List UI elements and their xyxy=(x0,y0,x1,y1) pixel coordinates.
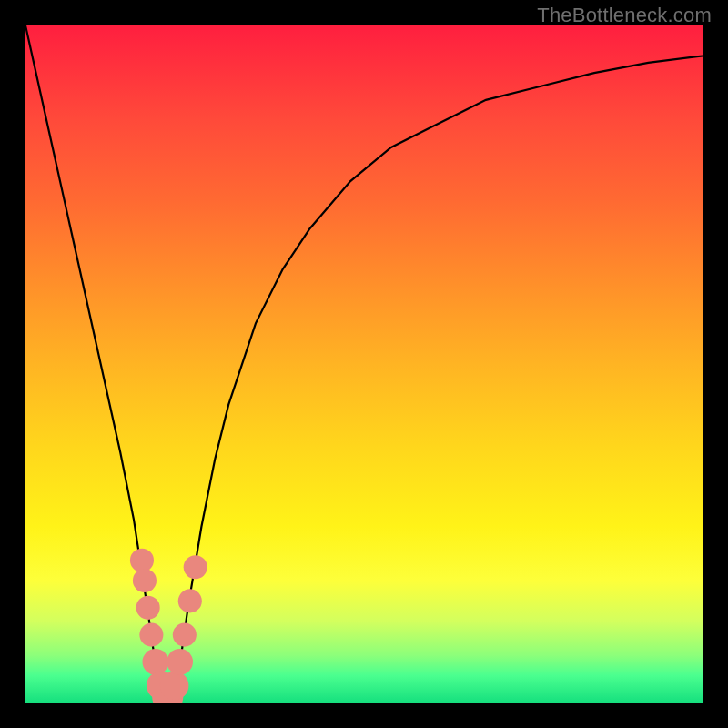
data-marker xyxy=(133,569,157,592)
data-marker xyxy=(184,555,207,579)
data-marker xyxy=(167,649,193,675)
marker-layer xyxy=(130,549,207,703)
curve-layer xyxy=(25,25,703,703)
data-marker xyxy=(173,623,197,647)
data-marker xyxy=(136,596,160,620)
data-marker xyxy=(139,623,163,647)
chart-frame: TheBottleneck.com xyxy=(0,0,728,728)
watermark-text: TheBottleneck.com xyxy=(537,4,712,27)
data-marker xyxy=(160,672,188,700)
data-marker xyxy=(130,549,154,572)
bottleneck-curve xyxy=(25,25,703,703)
data-marker xyxy=(178,589,202,612)
plot-area xyxy=(25,25,703,703)
data-marker xyxy=(142,649,168,675)
